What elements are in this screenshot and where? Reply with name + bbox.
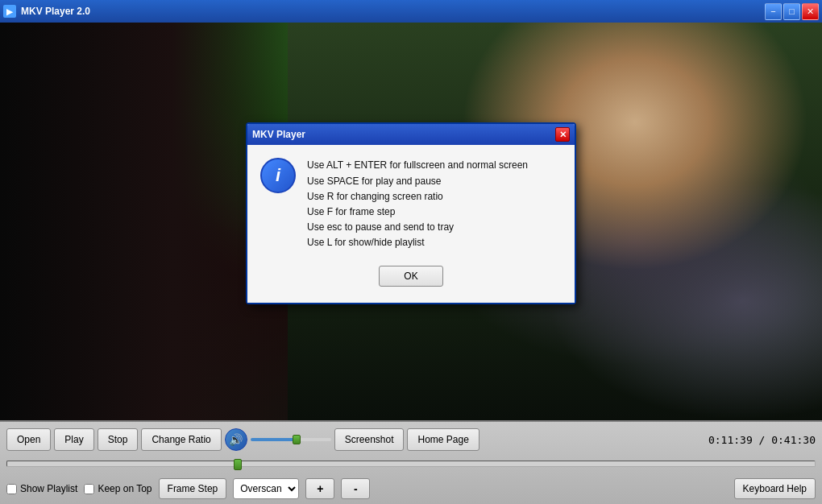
plus-button[interactable]: + bbox=[305, 478, 334, 499]
dialog-content: i Use ALT + ENTER for fullscreen and nor… bbox=[260, 158, 562, 250]
dialog-overlay: MKV Player ✕ i Use ALT + ENTER for fulls… bbox=[0, 23, 822, 420]
show-playlist-label: Show Playlist bbox=[20, 483, 77, 494]
time-current: 0:11:39 bbox=[708, 434, 753, 446]
dialog-body: i Use ALT + ENTER for fullscreen and nor… bbox=[247, 145, 575, 302]
ok-button[interactable]: OK bbox=[379, 266, 443, 287]
home-page-button[interactable]: Home Page bbox=[407, 428, 479, 451]
close-button[interactable]: ✕ bbox=[802, 3, 819, 20]
help-line-3: Use R for changing screen ratio bbox=[307, 189, 528, 204]
dialog-close-button[interactable]: ✕ bbox=[555, 127, 570, 142]
help-line-1: Use ALT + ENTER for fullscreen and norma… bbox=[307, 158, 528, 173]
dialog-title-bar: MKV Player ✕ bbox=[247, 124, 575, 145]
controls-row-2: Show Playlist Keep on Top Frame Step Ove… bbox=[0, 475, 822, 504]
minus-button[interactable]: - bbox=[341, 478, 370, 499]
window-title: MKV Player 2.0 bbox=[21, 6, 765, 17]
volume-thumb bbox=[293, 435, 301, 444]
controls-area: Open Play Stop Change Ratio 🔊 Screenshot… bbox=[0, 420, 822, 504]
info-dialog: MKV Player ✕ i Use ALT + ENTER for fulls… bbox=[246, 122, 576, 304]
time-total: 0:41:30 bbox=[771, 434, 816, 446]
minimize-button[interactable]: − bbox=[765, 3, 782, 20]
app-icon: ▶ bbox=[3, 5, 16, 18]
progress-track[interactable] bbox=[6, 461, 816, 467]
progress-row bbox=[0, 461, 822, 475]
dialog-text: Use ALT + ENTER for fullscreen and norma… bbox=[307, 158, 528, 250]
window-controls: − □ ✕ bbox=[765, 3, 819, 20]
title-bar: ▶ MKV Player 2.0 − □ ✕ bbox=[0, 0, 822, 23]
info-icon: i bbox=[260, 158, 296, 193]
time-separator: / bbox=[753, 434, 771, 446]
open-button[interactable]: Open bbox=[6, 428, 51, 451]
dialog-footer: OK bbox=[260, 266, 562, 290]
help-line-4: Use F for frame step bbox=[307, 204, 528, 220]
volume-slider[interactable] bbox=[251, 438, 331, 441]
maximize-button[interactable]: □ bbox=[783, 3, 800, 20]
keep-on-top-checkbox[interactable] bbox=[84, 484, 94, 494]
overscan-select[interactable]: Overscan Normal Stretch bbox=[233, 478, 299, 499]
keyboard-help-button[interactable]: Keyboard Help bbox=[734, 478, 816, 499]
help-line-5: Use esc to pause and send to tray bbox=[307, 220, 528, 235]
controls-row-1: Open Play Stop Change Ratio 🔊 Screenshot… bbox=[0, 422, 822, 457]
dialog-title: MKV Player bbox=[252, 129, 555, 140]
help-line-6: Use L for show/hide playlist bbox=[307, 235, 528, 250]
show-playlist-group[interactable]: Show Playlist bbox=[6, 483, 77, 494]
show-playlist-checkbox[interactable] bbox=[6, 484, 17, 494]
stop-button[interactable]: Stop bbox=[98, 428, 139, 451]
keep-on-top-label: Keep on Top bbox=[98, 483, 152, 494]
video-area: MKV Player ✕ i Use ALT + ENTER for fulls… bbox=[0, 23, 822, 420]
help-line-2: Use SPACE for play and pause bbox=[307, 174, 528, 189]
volume-button[interactable]: 🔊 bbox=[225, 428, 247, 451]
progress-thumb bbox=[234, 459, 242, 470]
time-display: 0:11:39 / 0:41:30 bbox=[708, 434, 816, 446]
screenshot-button[interactable]: Screenshot bbox=[334, 428, 405, 451]
change-ratio-button[interactable]: Change Ratio bbox=[141, 428, 221, 451]
keep-on-top-group[interactable]: Keep on Top bbox=[84, 483, 152, 494]
play-button[interactable]: Play bbox=[54, 428, 93, 451]
frame-step-button[interactable]: Frame Step bbox=[159, 478, 227, 499]
